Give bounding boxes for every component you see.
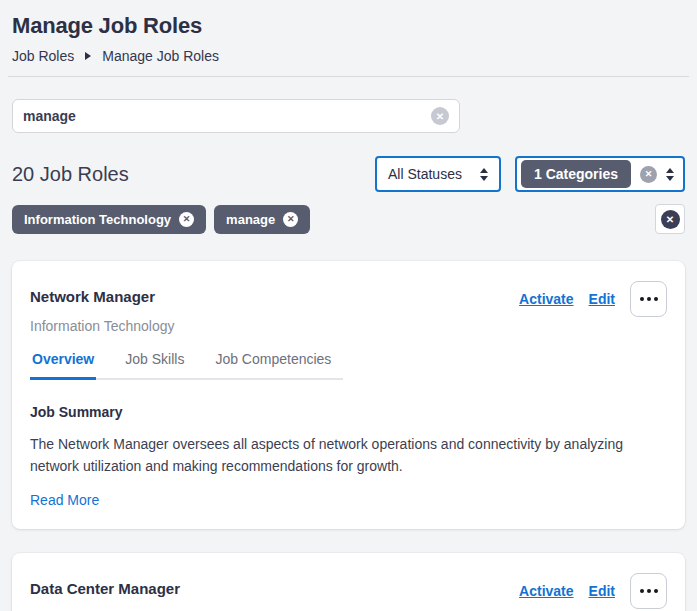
breadcrumb-arrow-icon (85, 52, 91, 60)
search-box: ✕ (12, 99, 460, 133)
job-role-category: Information Technology (30, 318, 175, 334)
breadcrumb: Job Roles Manage Job Roles (12, 48, 685, 64)
job-role-card: Data Center Manager Information Technolo… (12, 553, 685, 611)
status-dropdown-value: All Statuses (388, 166, 462, 182)
ellipsis-icon (640, 589, 644, 593)
spinner-icon (666, 168, 674, 181)
spinner-icon (480, 168, 488, 181)
page-title: Manage Job Roles (12, 0, 685, 39)
job-role-title: Data Center Manager (30, 580, 180, 597)
breadcrumb-parent-link[interactable]: Job Roles (12, 48, 74, 64)
ellipsis-icon (640, 297, 644, 301)
status-dropdown[interactable]: All Statuses (375, 156, 501, 192)
activate-link[interactable]: Activate (519, 583, 573, 599)
chip-label: Information Technology (24, 212, 171, 227)
more-actions-button[interactable] (630, 573, 667, 609)
activate-link[interactable]: Activate (519, 291, 573, 307)
categories-clear-icon[interactable]: ✕ (640, 166, 657, 183)
more-actions-button[interactable] (630, 281, 667, 317)
ellipsis-icon (647, 589, 651, 593)
tab-overview[interactable]: Overview (30, 351, 96, 380)
ellipsis-icon (647, 297, 651, 301)
ellipsis-icon (654, 589, 658, 593)
job-role-card: Network Manager Information Technology A… (12, 261, 685, 529)
tab-job-competencies[interactable]: Job Competencies (213, 351, 333, 378)
ellipsis-icon (654, 297, 658, 301)
filter-chip-information-technology[interactable]: Information Technology ✕ (12, 205, 206, 234)
search-clear-icon[interactable]: ✕ (431, 107, 449, 125)
breadcrumb-current: Manage Job Roles (102, 48, 219, 64)
chip-remove-icon[interactable]: ✕ (283, 212, 298, 227)
categories-dropdown[interactable]: 1 Categories ✕ (515, 156, 685, 192)
tab-job-skills[interactable]: Job Skills (123, 351, 186, 378)
results-count: 20 Job Roles (12, 163, 129, 186)
categories-badge: 1 Categories (521, 160, 631, 188)
job-role-title: Network Manager (30, 288, 175, 305)
chip-label: manage (226, 212, 275, 227)
filter-chips: Information Technology ✕ manage ✕ (12, 205, 310, 234)
job-summary-text: The Network Manager oversees all aspects… (30, 433, 667, 477)
edit-link[interactable]: Edit (589, 291, 615, 307)
card-tabs: Overview Job Skills Job Competencies (30, 351, 343, 380)
read-more-link[interactable]: Read More (30, 492, 99, 508)
filter-chip-manage[interactable]: manage ✕ (214, 205, 310, 234)
chip-remove-icon[interactable]: ✕ (179, 212, 194, 227)
job-summary-heading: Job Summary (30, 404, 667, 420)
header-divider (8, 76, 689, 77)
search-input[interactable] (23, 108, 431, 124)
clear-all-filters-button[interactable]: ✕ (655, 204, 685, 234)
edit-link[interactable]: Edit (589, 583, 615, 599)
clear-all-icon: ✕ (661, 210, 680, 229)
